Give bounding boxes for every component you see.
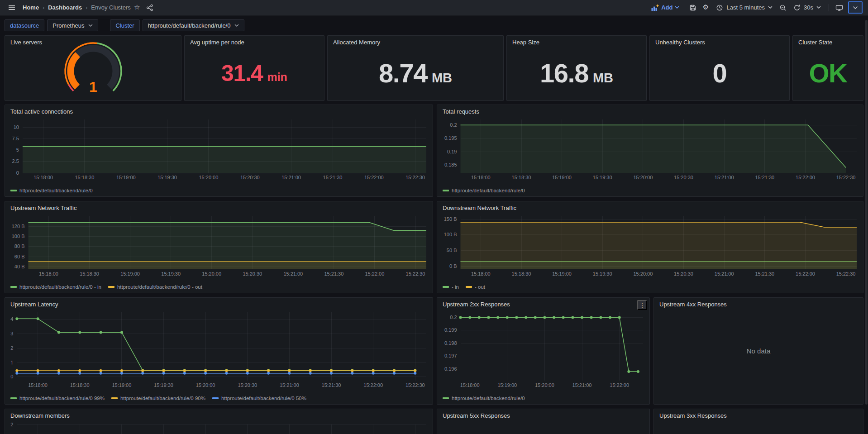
svg-text:15:22:00: 15:22:00 (363, 382, 383, 388)
menu-toggle-button[interactable] (5, 1, 18, 14)
svg-text:15:20:00: 15:20:00 (535, 382, 554, 388)
panel-title[interactable]: Upstream Latency (5, 298, 433, 308)
svg-text:100 B: 100 B (12, 234, 25, 239)
panel-title[interactable]: Cluster State (793, 36, 863, 46)
svg-text:15:21:00: 15:21:00 (715, 271, 734, 277)
panel-title[interactable]: Upstream 5xx Responses (437, 409, 649, 420)
panel-upstream-3xx-responses: Upstream 3xx Responses (653, 409, 863, 434)
zoom-out-time-button[interactable] (777, 1, 789, 14)
stat-unit: MB (593, 71, 613, 85)
add-panel-button[interactable]: Add (649, 4, 682, 12)
legend-item[interactable]: httproute/default/backend/rule/0 50% (212, 396, 306, 401)
svg-text:120 B: 120 B (12, 224, 25, 229)
legend-series-label: httproute/default/backend/rule/0 90% (120, 396, 205, 401)
svg-text:15:22:00: 15:22:00 (796, 271, 815, 277)
svg-text:15:21:00: 15:21:00 (283, 271, 303, 277)
kiosk-mode-button[interactable] (833, 1, 845, 14)
chevron-down-icon (88, 24, 93, 27)
legend-item[interactable]: httproute/default/backend/rule/0 (443, 188, 525, 193)
breadcrumb-dashboards[interactable]: Dashboards (48, 4, 82, 11)
panel-title[interactable]: Allocated Memory (328, 36, 503, 46)
panel-title[interactable]: Total requests (437, 105, 863, 115)
breadcrumb-home[interactable]: Home (23, 4, 39, 11)
chart-legend: httproute/default/backend/rule/0 - inhtt… (10, 283, 428, 291)
datasource-variable-select[interactable]: Prometheus (47, 19, 98, 31)
svg-text:15:19:00: 15:19:00 (552, 175, 572, 180)
panel-title[interactable]: Upstream 2xx Responses (437, 298, 649, 308)
timeseries-chart[interactable]: 15:18:0015:18:3015:19:0015:19:3015:20:00… (8, 310, 428, 389)
svg-text:15:22:00: 15:22:00 (364, 175, 384, 180)
save-dashboard-button[interactable] (687, 1, 699, 14)
svg-text:15:18:00: 15:18:00 (471, 175, 491, 180)
stat-value-wrap: 31.4min (185, 46, 324, 100)
legend-item[interactable]: httproute/default/backend/rule/0 90% (111, 396, 205, 401)
legend-item[interactable]: httproute/default/backend/rule/0 (10, 188, 93, 193)
breadcrumb-separator: › (43, 5, 44, 11)
legend-item[interactable]: httproute/default/backend/rule/0 99% (10, 396, 105, 401)
svg-text:15:19:00: 15:19:00 (120, 271, 140, 277)
stat-number: 0 (713, 58, 727, 88)
panel-title[interactable]: Downstream Network Traffic (437, 201, 863, 212)
legend-series-color (443, 190, 449, 191)
legend-series-color (10, 397, 17, 399)
live-servers-gauge: 1 (5, 36, 181, 100)
cluster-variable: Cluster httproute/default/backend/rule/0 (110, 19, 244, 31)
scrollbar[interactable] (865, 20, 868, 405)
datasource-variable-label-box: datasource (5, 19, 44, 31)
panel-title[interactable]: Avg uptime per node (185, 36, 324, 46)
panel-title[interactable]: Unhealthy Clusters (650, 36, 789, 46)
chart-area: 15:18:0015:18:3015:19:0015:19:3015:20:00… (8, 213, 428, 277)
chevron-down-icon (768, 6, 773, 9)
panel-title[interactable]: Downstream members (5, 409, 433, 420)
timeseries-chart[interactable]: 15:18:0015:19:0015:20:0015:21:0015:22:00… (440, 310, 645, 389)
svg-text:15:19:30: 15:19:30 (157, 175, 177, 180)
timeseries-chart[interactable]: 15:18:0015:18:3015:19:0015:19:3015:20:00… (440, 213, 858, 277)
timeseries-chart[interactable]: 2 (8, 421, 428, 434)
svg-text:15:19:30: 15:19:30 (593, 271, 612, 277)
panel-title[interactable]: Total active connections (5, 105, 433, 115)
chart-area: 15:18:0015:19:0015:20:0015:21:0015:22:00… (440, 310, 645, 389)
legend-series-label: httproute/default/backend/rule/0 99% (19, 396, 105, 401)
legend-item[interactable]: - out (466, 284, 485, 290)
svg-text:15:18:30: 15:18:30 (512, 175, 531, 180)
expand-toolbar-button[interactable] (848, 1, 863, 14)
legend-series-color (443, 397, 449, 399)
chart-area: 15:18:0015:18:3015:19:0015:19:3015:20:00… (8, 117, 428, 181)
panel-unhealthy-clusters: Unhealthy Clusters 0 (649, 35, 790, 101)
svg-text:15:18:30: 15:18:30 (512, 271, 531, 277)
svg-text:15:21:30: 15:21:30 (322, 382, 341, 388)
no-data-message: No data (654, 298, 863, 404)
svg-text:15:22:30: 15:22:30 (405, 175, 425, 180)
svg-text:15:21:00: 15:21:00 (715, 175, 734, 180)
cluster-variable-label: Cluster (115, 22, 134, 29)
chevron-down-icon (675, 6, 679, 9)
panel-title[interactable]: Upstream 3xx Responses (654, 409, 863, 420)
panel-title[interactable]: Upstream Network Traffic (5, 201, 433, 212)
stat-value: 8.74MB (379, 60, 452, 86)
timeseries-chart[interactable]: 15:18:0015:18:3015:19:0015:19:3015:20:00… (440, 117, 858, 181)
legend-item[interactable]: httproute/default/backend/rule/0 - in (10, 284, 101, 290)
refresh-picker[interactable]: 30s (789, 1, 825, 14)
timeseries-chart[interactable]: 15:18:0015:18:3015:19:0015:19:3015:20:00… (8, 213, 428, 277)
svg-text:50 B: 50 B (447, 248, 457, 253)
panel-downstream-members: Downstream members 2 (5, 409, 433, 434)
svg-text:15:19:00: 15:19:00 (497, 382, 517, 388)
svg-text:15:22:00: 15:22:00 (365, 271, 384, 277)
timeseries-chart[interactable]: 15:18:0015:18:3015:19:0015:19:3015:20:00… (8, 117, 428, 181)
legend-series-label: httproute/default/backend/rule/0 (452, 396, 525, 401)
stat-value: 31.4min (221, 62, 287, 85)
panel-title[interactable]: Heap Size (507, 36, 646, 46)
dashboard-settings-button[interactable]: ⚙ (699, 1, 712, 14)
cluster-variable-select[interactable]: httproute/default/backend/rule/0 (143, 19, 245, 31)
svg-text:15:22:00: 15:22:00 (610, 382, 629, 388)
panel-menu-button[interactable]: ⋮ (637, 300, 647, 310)
time-range-picker[interactable]: Last 5 minutes (712, 1, 777, 14)
legend-item[interactable]: httproute/default/backend/rule/0 (443, 396, 525, 401)
add-panel-icon (651, 4, 659, 11)
legend-series-label: - in (452, 284, 459, 290)
chart-legend: - in- out (443, 283, 858, 291)
legend-item[interactable]: httproute/default/backend/rule/0 - out (108, 284, 202, 290)
legend-item[interactable]: - in (443, 284, 459, 290)
share-dashboard-button[interactable] (143, 1, 156, 14)
favorite-dashboard-button[interactable]: ☆ (131, 1, 143, 14)
